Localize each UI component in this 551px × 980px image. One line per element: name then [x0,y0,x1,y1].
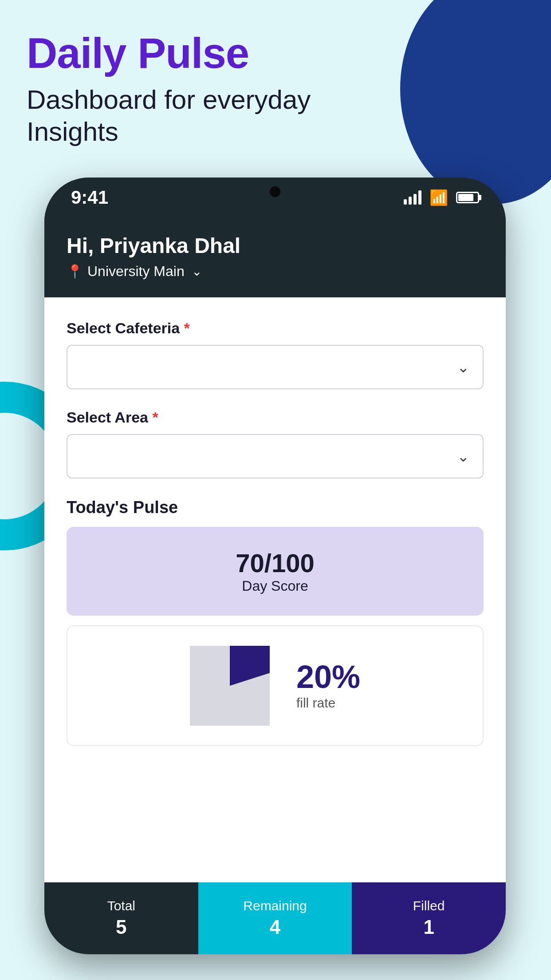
pulse-score-label: Day Score [242,578,308,594]
cafeteria-field-group: Select Cafeteria * ⌄ [67,320,484,389]
todays-pulse-title: Today's Pulse [67,498,484,517]
pulse-score-card: 70/100 Day Score [67,527,484,616]
fill-rate-card: 20% fill rate [67,625,484,746]
cafeteria-label: Select Cafeteria * [67,320,484,337]
stat-total: Total 5 [44,882,198,954]
signal-icon [404,190,421,205]
fill-rate-label: fill rate [296,695,335,711]
location-text: University Main [87,263,185,280]
stat-total-value: 5 [53,916,189,938]
phone-content: Select Cafeteria * ⌄ Select Area * ⌄ Tod… [44,297,506,954]
stat-total-label: Total [53,898,189,913]
phone-frame: 9:41 📶 Hi, Priyanka Dhal 📍 University Ma… [44,178,506,954]
area-dropdown[interactable]: ⌄ [67,434,484,478]
wifi-icon: 📶 [429,189,448,206]
greeting-text: Hi, Priyanka Dhal [67,233,484,258]
cafeteria-dropdown[interactable]: ⌄ [67,345,484,389]
stat-filled: Filled 1 [352,882,506,954]
dropdown-chevron-cafeteria: ⌄ [457,358,469,376]
status-bar: 9:41 📶 [44,178,506,217]
app-title: Daily Pulse [27,31,311,76]
fill-rate-info: 20% fill rate [296,661,360,711]
status-time: 9:41 [71,187,108,208]
stat-filled-value: 1 [361,916,497,938]
chevron-down-icon: ⌄ [192,264,202,279]
header-section: Daily Pulse Dashboard for everydayInsigh… [27,31,311,148]
dropdown-chevron-area: ⌄ [457,447,469,465]
pulse-score-value: 70/100 [80,548,470,578]
app-subtitle: Dashboard for everydayInsights [27,84,311,148]
area-field-group: Select Area * ⌄ [67,409,484,478]
pie-filled-segment [194,651,265,721]
pie-chart-svg [190,646,270,726]
stat-remaining: Remaining 4 [198,882,352,954]
stat-filled-label: Filled [361,898,497,913]
phone-camera [270,186,280,197]
status-icons: 📶 [404,189,479,206]
stat-remaining-value: 4 [207,916,343,938]
battery-icon [456,192,479,203]
location-pin-icon: 📍 [67,264,83,279]
required-star-cafeteria: * [184,320,190,336]
app-header: Hi, Priyanka Dhal 📍 University Main ⌄ [44,217,506,297]
stat-remaining-label: Remaining [207,898,343,913]
required-star-area: * [152,409,158,426]
bg-decoration-top-right [400,0,551,204]
bottom-stats: Total 5 Remaining 4 Filled 1 [44,882,506,954]
fill-rate-percent: 20% [296,661,360,693]
area-label: Select Area * [67,409,484,426]
fill-rate-pie-chart [190,646,270,726]
location-row[interactable]: 📍 University Main ⌄ [67,263,484,280]
